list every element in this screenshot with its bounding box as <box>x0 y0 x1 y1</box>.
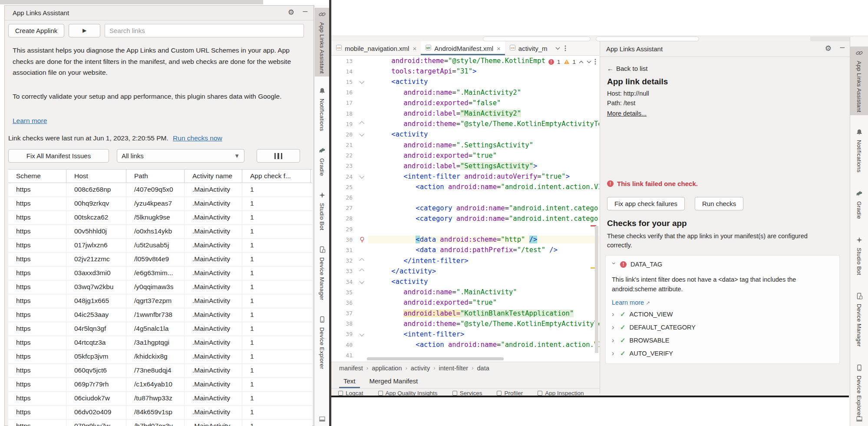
bottom-tool-services[interactable]: Services <box>452 389 482 396</box>
tool-tab-device-manager[interactable]: Device Manager <box>315 243 329 303</box>
fold-close-icon[interactable] <box>360 121 364 126</box>
tool-tab-app-links-assistant[interactable]: App Links Assistant <box>315 8 329 77</box>
fix-all-manifest-issues-button[interactable]: Fix All Manifest Issues <box>8 149 109 163</box>
view-tab-merged-manifest[interactable]: Merged Manifest <box>363 374 424 388</box>
code-line-25[interactable]: 25 <action android:name="android.intent.… <box>331 182 599 192</box>
bottom-tool-app-quality-insights[interactable]: App Quality Insights <box>378 389 438 396</box>
close-icon[interactable]: × <box>497 45 501 52</box>
code-line-24[interactable]: 24 <intent-filter android:autoVerify="tr… <box>331 171 599 182</box>
code-line-40[interactable]: 40 <action android:name="android.intent.… <box>331 339 599 350</box>
code-line-14[interactable]: 14 tools:targetApi="31"> <box>331 66 599 77</box>
dock-icon[interactable] <box>319 416 326 424</box>
prev-issue-icon[interactable] <box>579 60 584 63</box>
column-header[interactable]: Activity name <box>185 170 242 183</box>
run-checks-button[interactable]: Run checks <box>695 197 743 210</box>
tool-tab-device-explorer[interactable]: Device Explorer <box>850 361 868 420</box>
dock-icon[interactable] <box>856 416 863 424</box>
fold-close-icon[interactable] <box>360 258 364 263</box>
code-line-22[interactable]: 22 android:exported="true" <box>331 150 599 161</box>
table-row[interactable]: https069p7r79rh/c1x64yab10.MainActivity1 <box>8 378 312 392</box>
code-line-29[interactable]: 29 <box>331 224 599 234</box>
code-line-33[interactable]: 33 </activity> <box>331 266 599 276</box>
tool-tab-studio-bot[interactable]: Studio Bot <box>315 189 329 233</box>
passed-check-auto_verify[interactable]: ›✓AUTO_VERIFY <box>606 347 839 360</box>
code-line-34[interactable]: 34 <activity <box>331 276 599 287</box>
editor-tab-AndroidManifest-xml[interactable]: MFAndroidManifest.xml× <box>421 41 505 55</box>
tool-tab-gradle[interactable]: Gradle <box>315 144 329 179</box>
code-line-21[interactable]: 21 android:name=".SettingsActivity" <box>331 140 599 150</box>
code-line-35[interactable]: 35 android:name=".MainActivity" <box>331 287 599 297</box>
column-header[interactable]: Path <box>126 170 185 183</box>
code-line-30[interactable]: 30 <data android:scheme="http" /> <box>331 234 599 245</box>
tool-tab-notifications[interactable]: Notifications <box>850 126 868 176</box>
table-row[interactable]: https017jwlxzn6/u5t2usab5j.MainActivity1 <box>8 239 312 253</box>
links-filter-dropdown[interactable]: All links ▼ <box>117 149 244 163</box>
back-to-list-link[interactable]: ←Back to list <box>607 65 648 72</box>
fold-open-icon[interactable] <box>360 332 364 336</box>
editor-scrollbar[interactable] <box>591 56 599 362</box>
fold-marker[interactable] <box>356 280 368 283</box>
bottom-tool-app-inspection[interactable]: App Inspection <box>538 389 584 396</box>
breadcrumb-item-intent-filter[interactable]: intent-filter <box>439 365 469 372</box>
passed-check-browsable[interactable]: ›✓BROWSABLE <box>606 334 839 347</box>
chevron-down-icon[interactable] <box>555 47 560 50</box>
table-row[interactable]: https03axxd3mi0/e6g63mim....MainActivity… <box>8 266 312 280</box>
passed-check-default_category[interactable]: ›✓DEFAULT_CATEGORY <box>606 321 839 334</box>
check-learn-more-link[interactable]: Learn more ↗ <box>606 294 839 308</box>
tool-tab-device-manager[interactable]: Device Manager <box>850 290 868 350</box>
learn-more-link[interactable]: Learn more <box>13 115 47 126</box>
code-line-17[interactable]: 17 android:exported="false" <box>331 98 599 108</box>
fold-marker[interactable] <box>356 175 368 178</box>
table-row[interactable]: https06ciudok7w/tu87hwp33z.MainActivity1 <box>8 392 312 406</box>
editor-tab-mobile_navigation-xml[interactable]: <>mobile_navigation.xml× <box>331 41 421 55</box>
table-row[interactable]: https04r5lqn3gf/4g5nalc1la.MainActivity1 <box>8 322 312 336</box>
fold-marker[interactable] <box>356 133 368 136</box>
code-line-19[interactable]: 19 android:theme="@style/Theme.KotlinEmp… <box>331 119 599 129</box>
editor-tab-activity_m[interactable]: <>activity_m <box>505 41 552 55</box>
tool-tab-gradle[interactable]: Gradle <box>850 187 868 222</box>
code-line-16[interactable]: 16 android:name=".MainActivity2" <box>331 87 599 98</box>
bottom-tool-profiler[interactable]: Profiler <box>497 389 523 396</box>
table-row[interactable]: https060qv5jct6/73ne8udqj4.MainActivity1 <box>8 364 312 378</box>
tool-tab-device-explorer[interactable]: Device Explorer <box>315 313 329 372</box>
table-row[interactable]: https079g9luv7w/h7bd07ox3y.MainActivity1 <box>8 419 312 426</box>
fold-marker[interactable] <box>356 333 368 336</box>
tool-tab-studio-bot[interactable]: Studio Bot <box>850 233 868 278</box>
search-links-input[interactable] <box>105 24 304 37</box>
gear-icon[interactable]: ⚙ <box>825 44 832 53</box>
fold-marker[interactable] <box>356 259 368 263</box>
breadcrumb-item-manifest[interactable]: manifest <box>339 365 363 372</box>
breadcrumb-item-data[interactable]: data <box>477 365 489 372</box>
minimize-icon[interactable]: – <box>840 43 845 51</box>
fold-marker[interactable] <box>356 270 368 273</box>
table-row[interactable]: https008c6z68np/407e09q5x0.MainActivity1 <box>8 183 312 197</box>
view-tab-text[interactable]: Text <box>337 374 362 388</box>
fix-app-check-failures-button[interactable]: Fix app check failures <box>607 197 685 210</box>
more-tabs-icon[interactable] <box>564 45 566 52</box>
table-row[interactable]: https00tskcza62/5lknugk9se.MainActivity1 <box>8 211 312 225</box>
code-line-32[interactable]: 32 </intent-filter> <box>331 256 599 266</box>
code-line-18[interactable]: 18 android:label="MainActivity2" <box>331 108 599 119</box>
column-header[interactable]: Host <box>66 170 126 183</box>
table-row[interactable]: https02jv21zzmc/l059v8t4e9.MainActivity1 <box>8 253 312 266</box>
column-header[interactable]: App check f... <box>242 170 311 183</box>
code-line-26[interactable]: 26 <box>331 192 599 203</box>
code-line-39[interactable]: 39 <intent-filter> <box>331 329 599 339</box>
table-row[interactable]: https03wq7w2kbu/y0qqimaw3s.MainActivity1 <box>8 280 312 294</box>
fold-open-icon[interactable] <box>360 174 364 179</box>
code-line-36[interactable]: 36 android:exported="true" <box>331 297 599 308</box>
fold-open-icon[interactable] <box>360 132 364 136</box>
passed-check-action_view[interactable]: ›✓ACTION_VIEW <box>606 308 839 321</box>
column-header[interactable]: Scheme <box>8 170 66 183</box>
run-play-button[interactable]: ▶ <box>69 24 100 37</box>
code-line-20[interactable]: 20 <activity <box>331 129 599 140</box>
table-row[interactable]: https00hq9zrkqv/yzu4kpeas7.MainActivity1 <box>8 197 312 211</box>
table-row[interactable]: https05kfcp3jvm/khidckix8g.MainActivity1 <box>8 350 312 364</box>
horizontal-scrollbar-thumb[interactable] <box>367 357 504 360</box>
fold-marker[interactable] <box>356 122 368 126</box>
tool-tab-app-links-assistant[interactable]: App Links Assistant <box>850 47 868 115</box>
code-line-37[interactable]: 37 android:label="KotlinBlankTestApplica… <box>331 308 599 319</box>
code-line-15[interactable]: 15 <activity <box>331 77 599 87</box>
failed-check-row[interactable]: › ! DATA_TAG <box>606 256 839 270</box>
table-row[interactable]: https04rtcqtz3a/3a1hgptqgi.MainActivity1 <box>8 336 312 350</box>
